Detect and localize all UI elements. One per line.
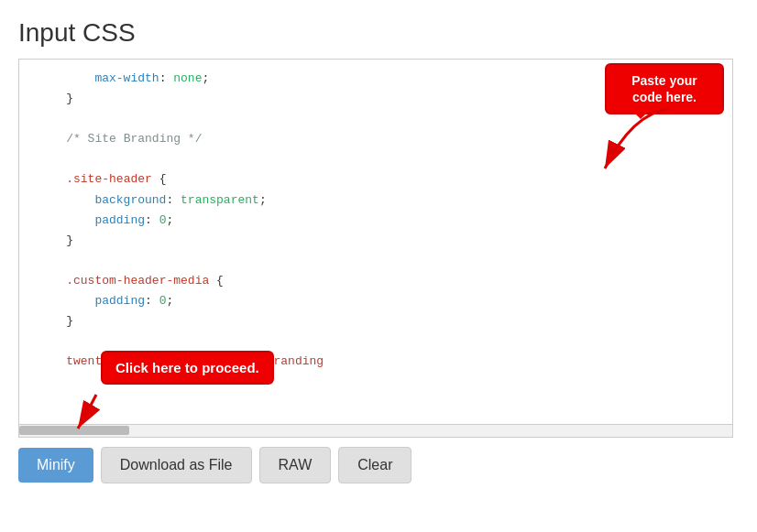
scrollbar-thumb[interactable] [19, 426, 129, 435]
raw-button[interactable]: RAW [259, 447, 332, 483]
toolbar: Minify Download as File RAW Clear [18, 447, 733, 483]
clear-button[interactable]: Clear [338, 447, 411, 483]
editor-container: Paste your code here. max-width: none; }… [18, 59, 733, 438]
paste-tooltip: Paste your code here. [605, 63, 724, 114]
proceed-tooltip: Click here to proceed. [101, 351, 274, 385]
page-title: Input CSS [18, 18, 739, 48]
download-button[interactable]: Download as File [101, 447, 252, 483]
minify-button[interactable]: Minify [18, 448, 93, 483]
horizontal-scrollbar[interactable] [18, 425, 733, 438]
